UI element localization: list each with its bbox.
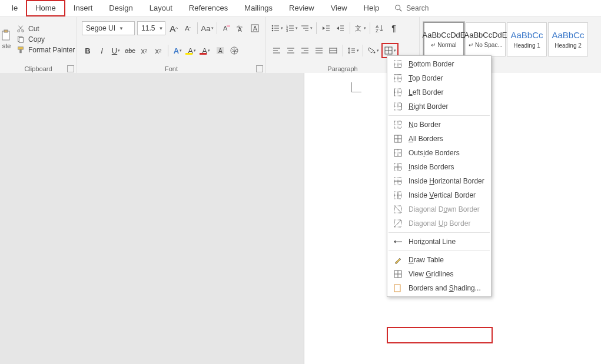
copy-icon — [16, 35, 25, 44]
borders-icon — [384, 46, 393, 55]
align-justify-button[interactable] — [313, 44, 325, 57]
menu-item-label: All Borders — [409, 135, 443, 143]
bullets-button[interactable]: ▾ — [271, 22, 283, 35]
phonetic-guide-button[interactable]: abcA — [235, 22, 247, 35]
tab-help[interactable]: Help — [356, 0, 388, 16]
menu-item-draw[interactable]: Draw Table — [387, 253, 491, 267]
distributed-button[interactable] — [327, 44, 339, 57]
all-icon — [393, 134, 403, 143]
tab-design[interactable]: Design — [101, 0, 141, 16]
character-border-button[interactable]: A — [249, 22, 261, 35]
style-name: Heading 2 — [554, 42, 582, 49]
menu-item-label: Top Border — [409, 74, 443, 82]
tab-layout[interactable]: Layout — [141, 0, 181, 16]
copy-button[interactable]: Copy — [16, 35, 77, 44]
style-preview: AaBbCc — [510, 30, 543, 40]
menu-item-inside[interactable]: Inside Borders — [387, 160, 491, 174]
menu-item-diagdown: Diagonal Down Border — [387, 202, 491, 216]
bold-button[interactable]: B — [82, 44, 94, 57]
align-right-button[interactable] — [299, 44, 311, 57]
cut-button[interactable]: Cut — [16, 25, 77, 33]
change-case-button[interactable]: Aa▾ — [201, 22, 213, 35]
clear-formatting-button[interactable]: A — [221, 22, 233, 35]
menu-item-label: Inside Horizontal Border — [409, 177, 484, 185]
asian-layout-button[interactable]: 文▾ — [354, 22, 366, 35]
menu-item-insidev[interactable]: Inside Vertical Border — [387, 188, 491, 202]
shading-button[interactable]: ▾ — [367, 44, 379, 57]
style--normal[interactable]: AaBbCcDdE↵ Normal — [423, 22, 464, 57]
menu-item-none[interactable]: No Border — [387, 118, 491, 132]
menu-item-grid[interactable]: View Gridlines — [387, 267, 491, 281]
style-name: ↵ Normal — [431, 42, 456, 48]
svg-rect-9 — [19, 49, 22, 53]
enclose-chars-button[interactable]: 字 — [228, 44, 240, 57]
highlight-button[interactable]: A▾ — [186, 44, 198, 57]
font-color-button[interactable]: A▾ — [200, 44, 212, 57]
strikethrough-button[interactable]: abc — [124, 44, 136, 57]
menu-item-left[interactable]: Left Border — [387, 85, 491, 99]
eraser-a-icon: A — [222, 24, 231, 33]
style-heading-2[interactable]: AaBbCcHeading 2 — [548, 22, 588, 56]
increase-indent-button[interactable] — [334, 22, 346, 35]
align-center-icon — [286, 46, 295, 55]
menu-item-top[interactable]: Top Border — [387, 71, 491, 85]
subscript-button[interactable]: x2 — [138, 44, 150, 57]
draw-icon — [393, 255, 403, 265]
underline-button[interactable]: U▾ — [110, 44, 122, 57]
menu-item-bottom[interactable]: Bottom Border — [387, 57, 491, 71]
menu-item-outside[interactable]: Outside Borders — [387, 146, 491, 160]
tab-mailings[interactable]: Mailings — [236, 0, 281, 16]
menu-item-label: Draw Table — [409, 256, 444, 264]
italic-button[interactable]: I — [96, 44, 108, 57]
format-painter-button[interactable]: Format Painter — [16, 46, 77, 54]
grow-font-button[interactable]: A^ — [168, 22, 180, 35]
shrink-font-button[interactable]: Aˇ — [182, 22, 194, 35]
superscript-button[interactable]: x2 — [152, 44, 164, 57]
style--no-spac-[interactable]: AaBbCcDdE↵ No Spac... — [466, 22, 506, 56]
menu-item-label: Diagonal Up Border — [409, 219, 470, 228]
align-center-button[interactable] — [285, 44, 297, 57]
align-justify-icon — [314, 46, 324, 55]
style-heading-1[interactable]: AaBbCcHeading 1 — [507, 22, 547, 56]
svg-text:A: A — [218, 48, 223, 54]
tab-view[interactable]: View — [323, 0, 356, 16]
search-button[interactable]: Search — [387, 4, 436, 12]
align-right-icon — [300, 46, 310, 55]
svg-text:A: A — [238, 26, 242, 33]
tab-insert[interactable]: Insert — [65, 0, 101, 16]
sort-icon: AZ — [375, 24, 384, 33]
tab-references[interactable]: References — [181, 0, 236, 16]
borders-dropdown: Bottom BorderTop BorderLeft BorderRight … — [387, 55, 492, 297]
align-left-button[interactable] — [271, 44, 283, 57]
font-size-combo[interactable]: 11.5▼ — [137, 21, 165, 35]
format-painter-label: Format Painter — [28, 46, 75, 54]
font-size-value: 11.5 — [141, 24, 155, 32]
search-icon — [394, 4, 403, 12]
menu-item-all[interactable]: All Borders — [387, 132, 491, 146]
svg-text:Z: Z — [376, 28, 378, 33]
font-launcher[interactable] — [256, 65, 263, 72]
char-shading-button[interactable]: A — [214, 44, 226, 57]
sort-button[interactable]: AZ — [374, 22, 386, 35]
show-marks-button[interactable]: ¶ — [388, 22, 400, 35]
font-family-combo[interactable]: Segoe UI▼ — [82, 21, 135, 35]
scissors-icon — [16, 25, 25, 33]
menu-item-label: Inside Vertical Border — [409, 191, 476, 199]
menu-item-insideh[interactable]: Inside Horizontal Border — [387, 174, 491, 188]
menu-item-shading[interactable]: Borders and Shading... — [387, 281, 491, 295]
decrease-indent-button[interactable] — [320, 22, 332, 35]
tab-review[interactable]: Review — [281, 0, 323, 16]
tab-file[interactable]: le — [4, 0, 26, 16]
line-spacing-button[interactable]: ▾ — [347, 44, 359, 57]
multilevel-button[interactable]: ▾ — [300, 22, 313, 35]
svg-text:3: 3 — [286, 29, 288, 32]
numbering-button[interactable]: 123▾ — [285, 22, 298, 35]
menu-item-hline[interactable]: Horizontal Line — [387, 235, 491, 249]
hline-icon — [393, 237, 403, 246]
text-effects-button[interactable]: A▾ — [172, 44, 184, 57]
style-preview: AaBbCcDdE — [423, 31, 466, 39]
paste-button[interactable]: ste — [0, 17, 13, 62]
clipboard-launcher[interactable] — [67, 65, 74, 72]
tab-home[interactable]: Home — [26, 0, 65, 16]
menu-item-right[interactable]: Right Border — [387, 99, 491, 113]
